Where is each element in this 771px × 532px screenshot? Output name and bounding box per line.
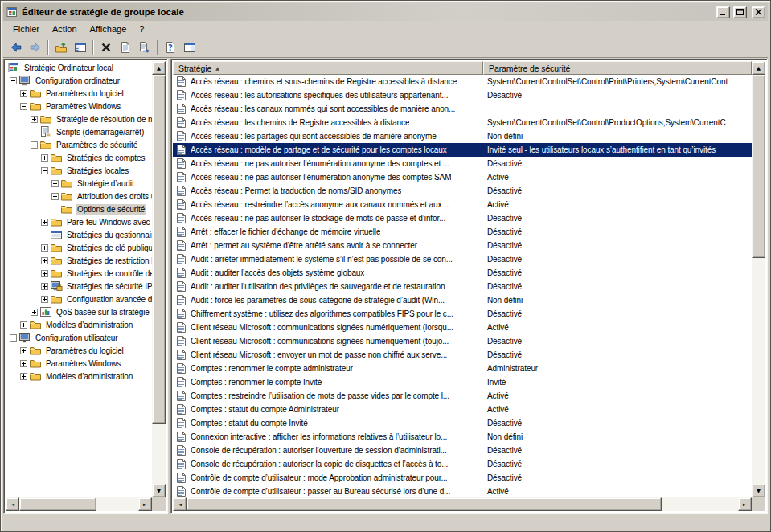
tree-item[interactable]: Paramètres de sécurité bbox=[6, 138, 152, 151]
scroll-right-button[interactable] bbox=[738, 497, 752, 511]
tree-item[interactable]: Configuration utilisateur bbox=[6, 331, 152, 344]
column-header-strategie[interactable]: Stratégie bbox=[173, 61, 483, 75]
scroll-up-button[interactable] bbox=[152, 61, 166, 75]
tree-expander[interactable] bbox=[18, 103, 29, 110]
tree-expander[interactable] bbox=[39, 296, 50, 303]
menu-item-affichage[interactable]: Affichage bbox=[84, 23, 133, 35]
close-button[interactable] bbox=[752, 6, 765, 18]
show-console-tree-button[interactable] bbox=[71, 39, 90, 56]
list-row[interactable]: Connexion interactive : afficher les inf… bbox=[173, 430, 752, 444]
help-button[interactable]: ? bbox=[161, 39, 180, 56]
tree-item[interactable]: Options de sécurité bbox=[6, 203, 152, 215]
list-row[interactable]: Accès réseau : modèle de partage et de s… bbox=[173, 143, 752, 157]
tree-item[interactable]: Stratégies de sécurité IP s bbox=[6, 280, 152, 293]
expand-plus-icon[interactable] bbox=[20, 347, 27, 354]
scrollbar-thumb[interactable] bbox=[19, 497, 96, 511]
list-row[interactable]: Arrêt : permet au système d’être arrêté … bbox=[173, 239, 752, 252]
list-row[interactable]: Arrêt : effacer le fichier d’échange de … bbox=[173, 225, 752, 239]
list-row[interactable]: Audit : auditer l’utilisation des privil… bbox=[173, 280, 752, 293]
expand-plus-icon[interactable] bbox=[51, 193, 59, 200]
list-row[interactable]: Client réseau Microsoft : communications… bbox=[173, 334, 752, 348]
tree-item[interactable]: Stratégie de résolution de nom bbox=[6, 113, 152, 125]
tree-item[interactable]: Stratégies du gestionnaire bbox=[6, 228, 152, 241]
tree-item[interactable]: Stratégies locales bbox=[6, 164, 152, 177]
list-row[interactable]: Comptes : renommer le compte InvitéInvit… bbox=[173, 375, 752, 389]
title-bar[interactable]: Éditeur de stratégie de groupe locale bbox=[3, 3, 768, 21]
tree-expander[interactable] bbox=[18, 373, 29, 380]
scroll-down-button[interactable] bbox=[152, 484, 166, 497]
expand-plus-icon[interactable] bbox=[41, 154, 48, 162]
scrollbar-thumb[interactable] bbox=[187, 497, 662, 511]
list-row[interactable]: Contrôle de compte d’utilisateur : mode … bbox=[173, 471, 752, 485]
collapse-minus-icon[interactable] bbox=[41, 167, 48, 174]
expand-plus-icon[interactable] bbox=[41, 257, 48, 264]
scroll-up-button[interactable] bbox=[752, 61, 765, 75]
list-vertical-scrollbar[interactable] bbox=[752, 61, 765, 497]
tree-item[interactable]: Modèles d’administration bbox=[6, 370, 152, 383]
minimize-button[interactable] bbox=[716, 6, 730, 18]
list-row[interactable]: Accès réseau : les autorisations spécifi… bbox=[173, 88, 752, 102]
list-row[interactable]: Accès réseau : Permet la traduction de n… bbox=[173, 184, 752, 198]
expand-plus-icon[interactable] bbox=[41, 219, 48, 226]
menu-item-fichier[interactable]: Fichier bbox=[6, 23, 46, 35]
collapse-minus-icon[interactable] bbox=[10, 334, 17, 342]
tree-item[interactable]: Scripts (démarrage/arrêt) bbox=[6, 125, 152, 138]
app-icon[interactable] bbox=[6, 6, 18, 18]
collapse-minus-icon[interactable] bbox=[31, 141, 38, 149]
tree-expander[interactable] bbox=[28, 141, 39, 149]
list-horizontal-scrollbar[interactable] bbox=[173, 497, 752, 511]
tree-item[interactable]: Stratégie Ordinateur local bbox=[6, 61, 152, 74]
list-row[interactable]: Audit : arrêter immédiatement le système… bbox=[173, 252, 752, 266]
list-row[interactable]: Comptes : statut du compte Administrateu… bbox=[173, 403, 752, 416]
tree-item[interactable]: Attribution des droits u bbox=[6, 190, 152, 203]
list-row[interactable]: Console de récupération : autoriser la c… bbox=[173, 457, 752, 471]
tree-item[interactable]: Paramètres Windows bbox=[6, 100, 152, 113]
tree-item[interactable]: Paramètres du logiciel bbox=[6, 344, 152, 357]
tree-item[interactable]: QoS basée sur la stratégie bbox=[6, 305, 152, 318]
tree-expander[interactable] bbox=[7, 77, 18, 84]
menu-item-aide[interactable]: ? bbox=[133, 23, 150, 35]
expand-plus-icon[interactable] bbox=[31, 309, 38, 316]
list-row[interactable]: Contrôle de compte d’utilisateur : passe… bbox=[173, 485, 752, 497]
expand-plus-icon[interactable] bbox=[20, 321, 27, 329]
tree-item[interactable]: Stratégie d’audit bbox=[6, 177, 152, 190]
list-row[interactable]: Comptes : restreindre l’utilisation de m… bbox=[173, 389, 752, 403]
tree-expander[interactable] bbox=[28, 309, 39, 316]
list-row[interactable]: Client réseau Microsoft : communications… bbox=[173, 321, 752, 334]
maximize-button[interactable] bbox=[733, 6, 747, 18]
tree-expander[interactable] bbox=[39, 257, 50, 264]
list-row[interactable]: Comptes : renommer le compte administrat… bbox=[173, 362, 752, 375]
scrollbar-thumb[interactable] bbox=[752, 75, 765, 258]
tree-item[interactable]: Stratégies de clé publique bbox=[6, 241, 152, 254]
tree-vertical-scrollbar[interactable] bbox=[152, 61, 166, 497]
expand-plus-icon[interactable] bbox=[20, 360, 27, 367]
list-row[interactable]: Accès réseau : chemins et sous-chemins d… bbox=[173, 75, 752, 88]
expand-plus-icon[interactable] bbox=[51, 180, 59, 187]
scroll-down-button[interactable] bbox=[752, 484, 765, 497]
delete-button[interactable] bbox=[96, 39, 116, 56]
list-row[interactable]: Console de récupération : autoriser l’ou… bbox=[173, 444, 752, 457]
tree-item[interactable]: Paramètres Windows bbox=[6, 357, 152, 370]
tree-item[interactable]: Stratégies de contrôle de l bbox=[6, 267, 152, 280]
expand-plus-icon[interactable] bbox=[20, 373, 27, 380]
tree-item[interactable]: Pare-feu Windows avec fo bbox=[6, 215, 152, 228]
scrollbar-thumb[interactable] bbox=[152, 75, 166, 424]
list-row[interactable]: Comptes : statut du compte InvitéDésacti… bbox=[173, 416, 752, 430]
tree-expander[interactable] bbox=[39, 154, 50, 162]
list-row[interactable]: Accès réseau : ne pas autoriser le stock… bbox=[173, 211, 752, 225]
tree-expander[interactable] bbox=[39, 244, 50, 252]
list-row[interactable]: Audit : auditer l’accès des objets systè… bbox=[173, 266, 752, 280]
tree-item[interactable]: Paramètres du logiciel bbox=[6, 87, 152, 100]
list-row[interactable]: Chiffrement système : utilisez des algor… bbox=[173, 307, 752, 321]
list-row[interactable]: Accès réseau : les canaux nommés qui son… bbox=[173, 102, 752, 116]
show-action-pane-button[interactable] bbox=[180, 39, 199, 56]
collapse-minus-icon[interactable] bbox=[10, 77, 17, 84]
tree-item[interactable]: Stratégies de restriction lo bbox=[6, 254, 152, 267]
expand-plus-icon[interactable] bbox=[41, 270, 48, 277]
export-list-button[interactable] bbox=[135, 39, 154, 56]
tree-expander[interactable] bbox=[49, 180, 60, 187]
tree-item[interactable]: Stratégies de comptes bbox=[6, 151, 152, 164]
tree-expander[interactable] bbox=[18, 90, 29, 97]
tree-item[interactable]: Configuration ordinateur bbox=[6, 74, 152, 87]
tree-expander[interactable] bbox=[49, 193, 60, 200]
